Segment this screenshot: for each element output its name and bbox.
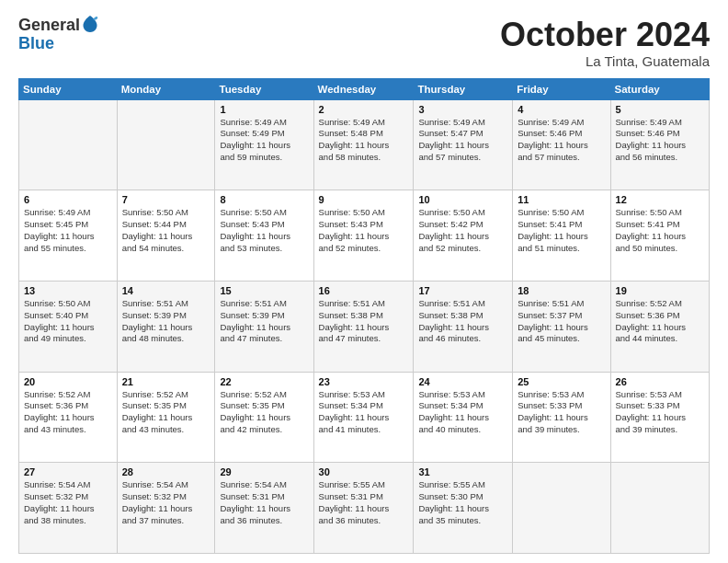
day-number: 11 xyxy=(518,194,605,205)
table-row: 13Sunrise: 5:50 AMSunset: 5:40 PMDayligh… xyxy=(19,281,118,372)
day-info: Sunrise: 5:52 AMSunset: 5:35 PMDaylight:… xyxy=(220,389,308,436)
day-number: 12 xyxy=(616,194,704,205)
calendar-week-row: 6Sunrise: 5:49 AMSunset: 5:45 PMDaylight… xyxy=(19,190,710,282)
table-row: 19Sunrise: 5:52 AMSunset: 5:36 PMDayligh… xyxy=(610,281,709,372)
table-row: 5Sunrise: 5:49 AMSunset: 5:46 PMDaylight… xyxy=(610,99,709,190)
day-info: Sunrise: 5:53 AMSunset: 5:34 PMDaylight:… xyxy=(418,389,507,436)
day-number: 5 xyxy=(616,104,704,115)
table-row: 18Sunrise: 5:51 AMSunset: 5:37 PMDayligh… xyxy=(513,281,610,372)
table-row: 14Sunrise: 5:51 AMSunset: 5:39 PMDayligh… xyxy=(117,281,215,372)
calendar-week-row: 27Sunrise: 5:54 AMSunset: 5:32 PMDayligh… xyxy=(19,463,710,554)
day-info: Sunrise: 5:54 AMSunset: 5:32 PMDaylight:… xyxy=(24,479,112,526)
day-info: Sunrise: 5:50 AMSunset: 5:43 PMDaylight:… xyxy=(319,207,409,254)
day-number: 7 xyxy=(122,194,210,205)
header: General Blue October 2024 La Tinta, Guat… xyxy=(18,17,710,69)
table-row: 1Sunrise: 5:49 AMSunset: 5:49 PMDaylight… xyxy=(215,99,313,190)
day-info: Sunrise: 5:49 AMSunset: 5:49 PMDaylight:… xyxy=(220,117,308,164)
day-info: Sunrise: 5:53 AMSunset: 5:33 PMDaylight:… xyxy=(616,389,704,436)
day-info: Sunrise: 5:53 AMSunset: 5:34 PMDaylight:… xyxy=(319,389,409,436)
day-number: 20 xyxy=(24,376,112,387)
table-row: 21Sunrise: 5:52 AMSunset: 5:35 PMDayligh… xyxy=(117,372,215,463)
day-info: Sunrise: 5:49 AMSunset: 5:45 PMDaylight:… xyxy=(24,207,112,254)
day-number: 28 xyxy=(122,466,210,477)
col-saturday: Saturday xyxy=(610,78,709,99)
col-monday: Monday xyxy=(117,78,215,99)
day-number: 17 xyxy=(418,285,507,296)
day-number: 15 xyxy=(220,285,308,296)
day-info: Sunrise: 5:51 AMSunset: 5:38 PMDaylight:… xyxy=(319,298,409,345)
calendar-week-row: 20Sunrise: 5:52 AMSunset: 5:36 PMDayligh… xyxy=(19,372,710,463)
table-row: 12Sunrise: 5:50 AMSunset: 5:41 PMDayligh… xyxy=(610,190,709,282)
day-number: 16 xyxy=(319,285,409,296)
table-row xyxy=(513,463,610,554)
day-info: Sunrise: 5:52 AMSunset: 5:36 PMDaylight:… xyxy=(24,389,112,436)
table-row: 15Sunrise: 5:51 AMSunset: 5:39 PMDayligh… xyxy=(215,281,313,372)
day-number: 19 xyxy=(616,285,704,296)
table-row: 11Sunrise: 5:50 AMSunset: 5:41 PMDayligh… xyxy=(513,190,610,282)
table-row: 26Sunrise: 5:53 AMSunset: 5:33 PMDayligh… xyxy=(610,372,709,463)
day-info: Sunrise: 5:55 AMSunset: 5:30 PMDaylight:… xyxy=(418,479,507,526)
table-row: 17Sunrise: 5:51 AMSunset: 5:38 PMDayligh… xyxy=(414,281,513,372)
day-info: Sunrise: 5:50 AMSunset: 5:40 PMDaylight:… xyxy=(24,298,112,345)
day-number: 10 xyxy=(418,194,507,205)
day-info: Sunrise: 5:49 AMSunset: 5:48 PMDaylight:… xyxy=(319,117,409,164)
location: La Tinta, Guatemala xyxy=(500,53,710,69)
day-info: Sunrise: 5:52 AMSunset: 5:36 PMDaylight:… xyxy=(616,298,704,345)
day-number: 25 xyxy=(518,376,605,387)
day-number: 1 xyxy=(220,104,308,115)
day-info: Sunrise: 5:50 AMSunset: 5:41 PMDaylight:… xyxy=(616,207,704,254)
day-number: 21 xyxy=(122,376,210,387)
calendar-header-row: Sunday Monday Tuesday Wednesday Thursday… xyxy=(19,78,710,99)
day-info: Sunrise: 5:51 AMSunset: 5:37 PMDaylight:… xyxy=(518,298,605,345)
calendar-week-row: 1Sunrise: 5:49 AMSunset: 5:49 PMDaylight… xyxy=(19,99,710,190)
day-info: Sunrise: 5:49 AMSunset: 5:46 PMDaylight:… xyxy=(518,117,605,164)
title-block: October 2024 La Tinta, Guatemala xyxy=(500,17,710,69)
day-number: 24 xyxy=(418,376,507,387)
day-info: Sunrise: 5:51 AMSunset: 5:39 PMDaylight:… xyxy=(220,298,308,345)
day-info: Sunrise: 5:51 AMSunset: 5:38 PMDaylight:… xyxy=(418,298,507,345)
col-friday: Friday xyxy=(513,78,610,99)
logo-bird-icon xyxy=(82,14,98,34)
table-row xyxy=(19,99,118,190)
day-info: Sunrise: 5:54 AMSunset: 5:31 PMDaylight:… xyxy=(220,479,308,526)
table-row: 2Sunrise: 5:49 AMSunset: 5:48 PMDaylight… xyxy=(313,99,414,190)
table-row xyxy=(610,463,709,554)
table-row: 27Sunrise: 5:54 AMSunset: 5:32 PMDayligh… xyxy=(19,463,118,554)
col-tuesday: Tuesday xyxy=(215,78,313,99)
table-row: 25Sunrise: 5:53 AMSunset: 5:33 PMDayligh… xyxy=(513,372,610,463)
day-info: Sunrise: 5:50 AMSunset: 5:44 PMDaylight:… xyxy=(122,207,210,254)
table-row: 31Sunrise: 5:55 AMSunset: 5:30 PMDayligh… xyxy=(414,463,513,554)
day-number: 22 xyxy=(220,376,308,387)
day-info: Sunrise: 5:53 AMSunset: 5:33 PMDaylight:… xyxy=(518,389,605,436)
table-row: 6Sunrise: 5:49 AMSunset: 5:45 PMDaylight… xyxy=(19,190,118,282)
table-row: 22Sunrise: 5:52 AMSunset: 5:35 PMDayligh… xyxy=(215,372,313,463)
table-row: 4Sunrise: 5:49 AMSunset: 5:46 PMDaylight… xyxy=(513,99,610,190)
day-number: 14 xyxy=(122,285,210,296)
day-number: 8 xyxy=(220,194,308,205)
day-number: 13 xyxy=(24,285,112,296)
day-info: Sunrise: 5:50 AMSunset: 5:42 PMDaylight:… xyxy=(418,207,507,254)
table-row: 8Sunrise: 5:50 AMSunset: 5:43 PMDaylight… xyxy=(215,190,313,282)
day-number: 18 xyxy=(518,285,605,296)
logo-text: General Blue xyxy=(18,17,98,53)
table-row: 16Sunrise: 5:51 AMSunset: 5:38 PMDayligh… xyxy=(313,281,414,372)
table-row: 7Sunrise: 5:50 AMSunset: 5:44 PMDaylight… xyxy=(117,190,215,282)
day-number: 6 xyxy=(24,194,112,205)
day-info: Sunrise: 5:49 AMSunset: 5:47 PMDaylight:… xyxy=(418,117,507,164)
logo-general: General xyxy=(18,17,80,35)
day-info: Sunrise: 5:49 AMSunset: 5:46 PMDaylight:… xyxy=(616,117,704,164)
table-row: 29Sunrise: 5:54 AMSunset: 5:31 PMDayligh… xyxy=(215,463,313,554)
col-sunday: Sunday xyxy=(19,78,118,99)
day-number: 23 xyxy=(319,376,409,387)
day-number: 4 xyxy=(518,104,605,115)
day-info: Sunrise: 5:50 AMSunset: 5:41 PMDaylight:… xyxy=(518,207,605,254)
table-row: 10Sunrise: 5:50 AMSunset: 5:42 PMDayligh… xyxy=(414,190,513,282)
calendar: Sunday Monday Tuesday Wednesday Thursday… xyxy=(18,78,710,554)
day-number: 31 xyxy=(418,466,507,477)
day-number: 29 xyxy=(220,466,308,477)
day-info: Sunrise: 5:50 AMSunset: 5:43 PMDaylight:… xyxy=(220,207,308,254)
day-number: 26 xyxy=(616,376,704,387)
month-title: October 2024 xyxy=(500,17,710,53)
page: General Blue October 2024 La Tinta, Guat… xyxy=(0,0,728,563)
table-row: 28Sunrise: 5:54 AMSunset: 5:32 PMDayligh… xyxy=(117,463,215,554)
